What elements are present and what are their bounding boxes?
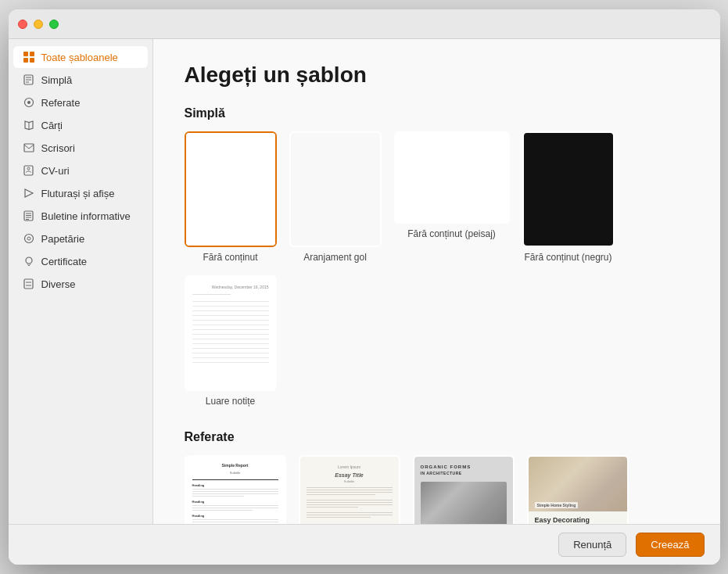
- referat-simplu-content: Simple Report Subtitle Heading Heading H…: [186, 457, 285, 524]
- svg-rect-1: [30, 52, 34, 56]
- bottom-bar: Renunță Creează: [9, 524, 720, 565]
- minimalist-content: ORGANIC FORMS IN ARCHITECTURE: [414, 457, 513, 524]
- sidebar-label-fluturas: Fluturași și afișe: [41, 188, 115, 199]
- sidebar-item-diverse[interactable]: Diverse: [13, 273, 148, 295]
- thumb-aranjament[interactable]: [289, 131, 382, 247]
- grid-icon: [23, 51, 35, 63]
- sidebar-item-cv[interactable]: CV-uri: [13, 160, 148, 181]
- thumb-negru[interactable]: [522, 131, 615, 247]
- badge-icon: [23, 96, 35, 109]
- thumb-negru-content: [524, 133, 613, 246]
- sidebar-item-simpla[interactable]: Simplă: [13, 69, 148, 91]
- buletine-icon: [23, 210, 35, 222]
- sidebar-label-diverse: Diverse: [41, 278, 76, 290]
- template-referat-contemporan[interactable]: Simple Home Styling Easy Decorating Head…: [527, 455, 629, 524]
- thumb-minimalist[interactable]: ORGANIC FORMS IN ARCHITECTURE: [413, 455, 515, 524]
- diverse-icon: [23, 278, 35, 290]
- thumb-aranjament-content: [291, 133, 380, 246]
- template-eseu[interactable]: Lorem Ipsum Essay Title Subtitle: [299, 455, 400, 524]
- thumb-notite[interactable]: Wednesday, December 16, 2015: [185, 275, 277, 391]
- cv-icon: [23, 164, 35, 177]
- svg-point-13: [27, 167, 30, 170]
- sidebar-label-certificate: Certificate: [41, 256, 88, 267]
- fluturas-icon: [23, 187, 35, 199]
- create-button[interactable]: Creează: [636, 533, 704, 557]
- svg-rect-3: [30, 58, 34, 63]
- template-fara-continut-peisaj[interactable]: Fără conținut (peisaj): [394, 131, 510, 263]
- svg-rect-0: [23, 52, 28, 56]
- sidebar-label-buletine: Buletine informative: [41, 210, 131, 222]
- section-title-simpla: Simplă: [185, 106, 689, 120]
- papetarie-icon: [23, 232, 35, 245]
- thumb-contemporan[interactable]: Simple Home Styling Easy Decorating Head…: [527, 455, 629, 524]
- template-fara-continut-negru[interactable]: Fără conținut (negru): [522, 131, 615, 263]
- eseu-content: Lorem Ipsum Essay Title Subtitle: [300, 457, 399, 524]
- book-icon: [23, 119, 35, 131]
- thumb-notite-content: Wednesday, December 16, 2015: [186, 277, 275, 389]
- certificate-icon: [23, 255, 35, 267]
- sidebar-label-simpla: Simplă: [41, 74, 73, 86]
- sidebar-item-toate[interactable]: Toate șabloanele: [13, 46, 148, 68]
- contemporan-content: Simple Home Styling Easy Decorating Head…: [529, 457, 627, 524]
- thumb-eseu[interactable]: Lorem Ipsum Essay Title Subtitle: [299, 455, 400, 524]
- svg-rect-11: [24, 144, 34, 152]
- title-bar: [9, 9, 720, 39]
- template-label-aranjament: Aranjament gol: [303, 252, 367, 263]
- body-area: Toate șabloanele Simplă: [9, 39, 720, 524]
- thumb-peisaj[interactable]: [394, 131, 510, 224]
- template-referat-minimalist[interactable]: ORGANIC FORMS IN ARCHITECTURE R: [413, 455, 515, 524]
- svg-rect-25: [24, 279, 33, 289]
- template-label-peisaj: Fără conținut (peisaj): [407, 228, 496, 239]
- thumb-peisaj-content: [396, 133, 508, 222]
- thumb-fara-continut[interactable]: [185, 131, 277, 247]
- svg-marker-14: [25, 189, 33, 197]
- sidebar-item-fluturas[interactable]: Fluturași și afișe: [13, 182, 148, 204]
- app-window: Toate șabloanele Simplă: [9, 9, 720, 565]
- sidebar-item-papetarie[interactable]: Papetărie: [13, 228, 148, 249]
- sidebar-label-scrisori: Scrisori: [41, 142, 75, 154]
- sidebar-label-cv: CV-uri: [41, 165, 70, 177]
- sidebar-item-scrisori[interactable]: Scrisori: [13, 137, 148, 159]
- doc-icon: [23, 74, 35, 86]
- svg-point-21: [27, 237, 30, 240]
- sidebar: Toate șabloanele Simplă: [9, 39, 153, 524]
- template-luare-notite[interactable]: Wednesday, December 16, 2015: [185, 275, 277, 407]
- sidebar-label-papetarie: Papetărie: [41, 233, 85, 245]
- sidebar-label-carti: Cărți: [41, 120, 63, 131]
- svg-line-24: [29, 264, 30, 267]
- cancel-button[interactable]: Renunță: [558, 533, 626, 557]
- minimize-button[interactable]: [34, 20, 43, 29]
- envelope-icon: [23, 142, 35, 154]
- sidebar-item-buletine[interactable]: Buletine informative: [13, 205, 148, 227]
- svg-point-9: [27, 101, 30, 104]
- template-label-negru: Fără conținut (negru): [524, 252, 611, 263]
- thumb-blank-content: [186, 133, 275, 246]
- sidebar-label-toate: Toate șabloanele: [41, 52, 118, 63]
- template-label-notite: Luare notițe: [206, 396, 255, 407]
- svg-point-20: [24, 235, 33, 243]
- template-referat-simplu[interactable]: Simple Report Subtitle Heading Heading H…: [185, 455, 286, 524]
- sidebar-item-referate[interactable]: Referate: [13, 91, 148, 113]
- main-content: Alegeți un șablon Simplă Fără conținut A…: [153, 39, 720, 524]
- sidebar-item-carti[interactable]: Cărți: [13, 114, 148, 136]
- sidebar-item-certificate[interactable]: Certificate: [13, 250, 148, 272]
- section-title-referate: Referate: [185, 430, 689, 444]
- thumb-referat-simplu[interactable]: Simple Report Subtitle Heading Heading H…: [185, 455, 286, 524]
- simple-templates-grid: Fără conținut Aranjament gol Fără conțin…: [185, 131, 689, 407]
- template-label-fara-continut: Fără conținut: [203, 252, 257, 263]
- report-templates-grid: Simple Report Subtitle Heading Heading H…: [185, 455, 689, 524]
- svg-rect-2: [23, 58, 28, 63]
- svg-point-22: [26, 257, 32, 264]
- page-title: Alegeți un șablon: [185, 63, 689, 88]
- maximize-button[interactable]: [49, 20, 59, 29]
- sidebar-label-referate: Referate: [41, 97, 81, 109]
- template-fara-continut[interactable]: Fără conținut: [185, 131, 277, 263]
- close-button[interactable]: [18, 20, 27, 29]
- template-aranjament-gol[interactable]: Aranjament gol: [289, 131, 382, 263]
